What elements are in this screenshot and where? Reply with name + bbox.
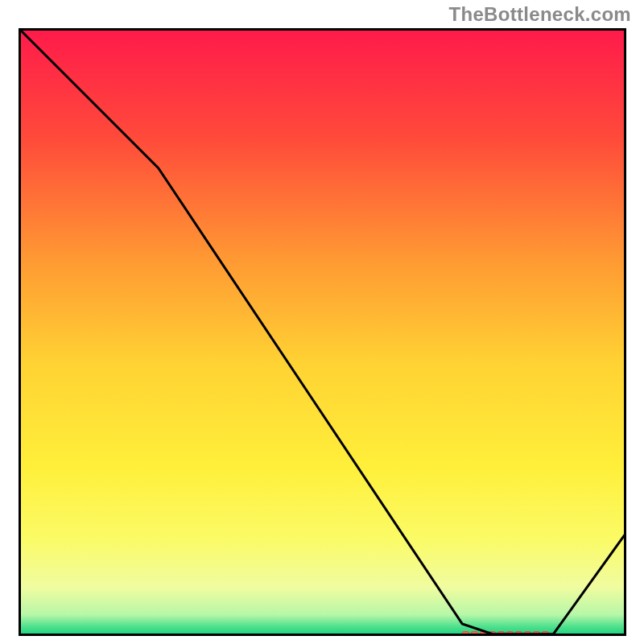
chart-container: TheBottleneck.com [0,0,644,644]
attribution-label: TheBottleneck.com [449,3,631,26]
chart-svg [19,28,626,636]
plot-area [19,28,626,636]
